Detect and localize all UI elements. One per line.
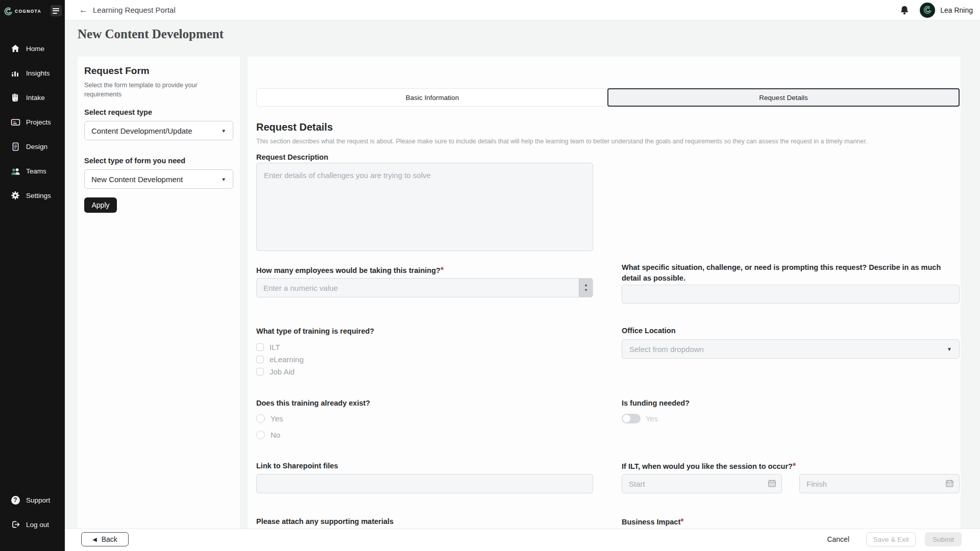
sidebar-item-home[interactable]: Home bbox=[0, 36, 65, 61]
apply-button[interactable]: Apply bbox=[84, 197, 117, 213]
funding-toggle-row: Yes bbox=[622, 414, 960, 423]
checkbox-row-jobaid: Job Aid bbox=[256, 366, 593, 377]
ilt-label: ILT bbox=[270, 343, 280, 352]
elearning-checkbox[interactable] bbox=[256, 356, 264, 363]
request-type-select[interactable]: Content Development/Update ▼ bbox=[84, 121, 233, 140]
sidebar-item-label: Projects bbox=[26, 118, 51, 126]
sidebar-item-label: Insights bbox=[26, 69, 50, 77]
panel-title: Request Form bbox=[84, 65, 150, 77]
funding-toggle-label: Yes bbox=[646, 415, 658, 423]
employees-number-field: ▲ ▼ bbox=[256, 278, 593, 297]
situation-label: What specific situation, challenge, or n… bbox=[622, 262, 960, 283]
cognota-swirl-icon bbox=[4, 7, 13, 16]
sidebar-item-intake[interactable]: Intake bbox=[0, 85, 65, 110]
exists-yes-label: Yes bbox=[271, 414, 283, 423]
situation-input[interactable] bbox=[622, 285, 960, 304]
sharepoint-label: Link to Sharepoint files bbox=[256, 462, 593, 470]
support-icon: ? bbox=[10, 495, 20, 505]
chevron-down-icon: ▼ bbox=[222, 128, 226, 134]
sidebar-item-projects[interactable]: Projects bbox=[0, 110, 65, 134]
section-description: This section describes what the request … bbox=[256, 138, 867, 145]
sidebar-item-settings[interactable]: Settings bbox=[0, 183, 65, 208]
insights-icon bbox=[10, 68, 20, 78]
portal-title[interactable]: Learning Request Portal bbox=[93, 6, 176, 14]
hamburger-menu-icon[interactable] bbox=[51, 5, 62, 16]
brand-logo: COGNOTA bbox=[0, 5, 65, 17]
start-date-field bbox=[622, 474, 782, 493]
back-arrow-icon[interactable]: ← bbox=[79, 6, 88, 14]
employees-input[interactable] bbox=[256, 278, 593, 297]
radio-row-yes: Yes bbox=[256, 413, 593, 423]
start-date-input[interactable] bbox=[622, 474, 782, 493]
design-icon bbox=[10, 142, 20, 151]
request-description-textarea[interactable] bbox=[256, 163, 593, 251]
required-asterisk: * bbox=[680, 517, 683, 526]
checkbox-row-ilt: ILT bbox=[256, 341, 593, 353]
exists-yes-radio[interactable] bbox=[256, 414, 265, 423]
jobaid-label: Job Aid bbox=[270, 367, 295, 376]
sidebar-item-support[interactable]: ? Support bbox=[0, 488, 65, 512]
sidebar-item-label: Design bbox=[26, 143, 47, 151]
panel-subtitle: Select the form template to provide your… bbox=[84, 81, 212, 99]
number-stepper[interactable]: ▲ ▼ bbox=[579, 279, 593, 297]
notifications-bell-icon[interactable] bbox=[899, 5, 910, 15]
form-type-select[interactable]: New Content Development ▼ bbox=[84, 169, 233, 189]
office-location-select[interactable]: Select from dropdown ▼ bbox=[622, 339, 960, 359]
elearning-label: eLearning bbox=[270, 355, 304, 364]
required-asterisk: * bbox=[440, 266, 444, 274]
sidebar-item-insights[interactable]: Insights bbox=[0, 61, 65, 85]
chevron-down-icon: ▼ bbox=[222, 177, 226, 182]
sidebar-item-label: Log out bbox=[26, 521, 49, 529]
back-button[interactable]: ◀ Back bbox=[81, 532, 129, 546]
logout-icon bbox=[10, 520, 20, 529]
cancel-button[interactable]: Cancel bbox=[827, 535, 849, 543]
gear-icon bbox=[10, 191, 20, 200]
form-type-value: New Content Development bbox=[91, 175, 183, 184]
sidebar-item-teams[interactable]: Teams bbox=[0, 159, 65, 183]
footer-action-bar: ◀ Back Cancel Save & Exit Submit bbox=[65, 529, 980, 551]
projects-icon bbox=[10, 117, 20, 127]
exists-no-radio[interactable] bbox=[256, 431, 265, 439]
section-heading: Request Details bbox=[256, 121, 333, 133]
user-avatar[interactable] bbox=[920, 3, 935, 18]
sidebar-item-label: Settings bbox=[26, 192, 51, 199]
office-location-label: Office Location bbox=[622, 327, 960, 335]
sidebar-item-logout[interactable]: Log out bbox=[0, 512, 65, 537]
chevron-down-icon: ▼ bbox=[947, 346, 952, 352]
ilt-checkbox[interactable] bbox=[256, 343, 264, 351]
jobaid-checkbox[interactable] bbox=[256, 368, 264, 375]
page-title: New Content Development bbox=[78, 27, 224, 41]
sidebar: COGNOTA Home Insights bbox=[0, 0, 65, 551]
sidebar-item-design[interactable]: Design bbox=[0, 134, 65, 159]
teams-icon bbox=[10, 166, 20, 176]
attachments-label: Please attach any supporting materials bbox=[256, 517, 593, 525]
home-icon bbox=[10, 44, 20, 53]
user-name[interactable]: Lea Rning bbox=[940, 6, 973, 14]
tab-request-details[interactable]: Request Details bbox=[607, 88, 960, 107]
funding-label: Is funding needed? bbox=[622, 399, 960, 407]
form-tabs: Basic Information Request Details bbox=[256, 88, 959, 107]
form-type-label: Select type of form you need bbox=[84, 157, 185, 165]
back-button-label: Back bbox=[102, 535, 117, 543]
radio-row-no: No bbox=[256, 430, 593, 440]
required-asterisk: * bbox=[793, 462, 796, 470]
training-exists-label: Does this training already exist? bbox=[256, 399, 593, 407]
tab-basic-information[interactable]: Basic Information bbox=[257, 89, 608, 106]
save-exit-button[interactable]: Save & Exit bbox=[866, 532, 916, 546]
business-impact-label: Business Impact* bbox=[622, 517, 960, 527]
sidebar-item-label: Home bbox=[26, 45, 44, 53]
finish-date-input[interactable] bbox=[799, 474, 960, 493]
request-description-label: Request Description bbox=[256, 153, 593, 161]
toggle-knob bbox=[623, 415, 630, 422]
stepper-down-icon[interactable]: ▼ bbox=[584, 288, 587, 293]
training-type-label: What type of training is required? bbox=[256, 327, 593, 335]
sharepoint-input[interactable] bbox=[256, 474, 593, 493]
funding-toggle[interactable] bbox=[622, 414, 641, 423]
request-form-panel: Request Form Select the form template to… bbox=[78, 57, 240, 529]
checkbox-row-elearning: eLearning bbox=[256, 354, 593, 365]
request-details-card: Basic Information Request Details Reques… bbox=[248, 57, 961, 529]
submit-button[interactable]: Submit bbox=[925, 532, 962, 546]
ilt-dates-label: If ILT, when would you like the session … bbox=[622, 462, 960, 471]
sidebar-item-label: Support bbox=[26, 496, 50, 504]
stepper-up-icon[interactable]: ▲ bbox=[584, 283, 587, 288]
